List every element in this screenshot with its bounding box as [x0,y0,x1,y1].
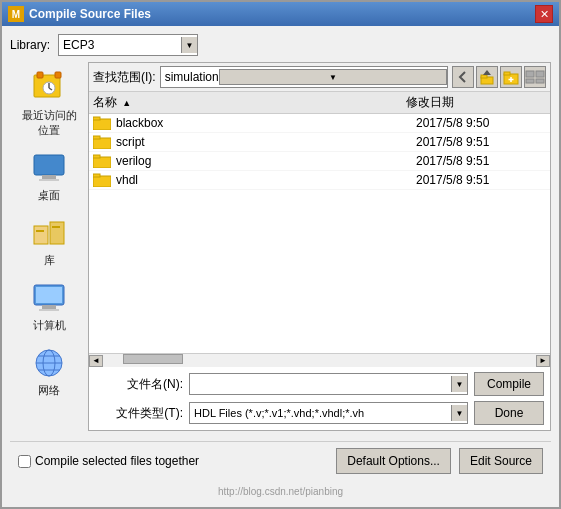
new-folder-button[interactable] [500,66,522,88]
desktop-icon [31,150,67,186]
table-row[interactable]: script 2017/5/8 9:51 [89,133,550,152]
svg-rect-25 [504,72,510,75]
edit-source-button[interactable]: Edit Source [459,448,543,474]
folder-icon-0 [93,116,111,130]
titlebar: M Compile Source Files ✕ [2,2,559,26]
svg-rect-2 [55,72,61,78]
bottom-form: 文件名(N): ▼ Compile 文件类型(T): HDL Files (*.… [89,367,550,430]
sidebar-label-recent: 最近访问的位置 [18,108,80,138]
sidebar-item-library[interactable]: 库 [14,211,84,272]
sidebar-item-desktop[interactable]: 桌面 [14,146,84,207]
path-icons [452,66,546,88]
footer-row: Compile selected files together Default … [10,441,551,480]
svg-rect-36 [93,157,111,168]
svg-rect-38 [93,176,111,187]
horizontal-scrollbar[interactable]: ◄ ► [89,353,550,367]
svg-rect-28 [526,71,534,77]
file-name-2: verilog [93,154,416,168]
file-name-1: script [93,135,416,149]
network-icon [31,345,67,381]
file-date-1: 2017/5/8 9:51 [416,135,546,149]
svg-rect-30 [526,79,534,83]
content-area: Library: ECP3 ▼ [2,26,559,507]
svg-rect-37 [93,155,100,158]
svg-rect-35 [93,136,100,139]
file-name-3: vhdl [93,173,416,187]
table-row[interactable]: verilog 2017/5/8 9:51 [89,152,550,171]
filename-arrow: ▼ [451,376,467,392]
col-name-header[interactable]: 名称 ▲ [93,94,406,111]
computer-icon [31,280,67,316]
path-select-arrow: ▼ [219,69,447,85]
svg-rect-16 [39,309,59,311]
file-name-0: blackbox [93,116,416,130]
svg-rect-11 [36,230,44,232]
col-date-header[interactable]: 修改日期 [406,94,536,111]
file-date-0: 2017/5/8 9:50 [416,116,546,130]
filetype-value: HDL Files (*.v;*.v1;*.vhd;*.vhdl;*.vh [194,407,364,419]
svg-rect-14 [36,287,62,303]
path-value: simulation [165,70,219,84]
svg-rect-34 [93,138,111,149]
sidebar-label-desktop: 桌面 [38,188,60,203]
file-list[interactable]: blackbox 2017/5/8 9:50 script 2017/5/8 9… [89,114,550,353]
sidebar-label-computer: 计算机 [33,318,66,333]
svg-rect-1 [37,72,43,78]
svg-rect-9 [34,226,48,244]
svg-rect-6 [34,155,64,175]
filename-label: 文件名(N): [95,376,183,393]
path-label: 查找范围(I): [93,69,156,86]
compile-button[interactable]: Compile [474,372,544,396]
folder-icon-1 [93,135,111,149]
scroll-right-btn[interactable]: ► [536,355,550,367]
path-bar: 查找范围(I): simulation ▼ [89,63,550,92]
filetype-row: 文件类型(T): HDL Files (*.v;*.v1;*.vhd;*.vhd… [95,401,544,425]
filename-row: 文件名(N): ▼ Compile [95,372,544,396]
file-date-2: 2017/5/8 9:51 [416,154,546,168]
table-row[interactable]: blackbox 2017/5/8 9:50 [89,114,550,133]
app-icon: M [8,6,24,22]
nav-up-button[interactable] [476,66,498,88]
close-button[interactable]: ✕ [535,5,553,23]
svg-rect-12 [52,226,60,228]
window-title: Compile Source Files [29,7,151,21]
folder-icon-2 [93,154,111,168]
compile-together-checkbox[interactable] [18,455,31,468]
sidebar-label-library: 库 [44,253,55,268]
sidebar: 最近访问的位置 桌面 [10,62,88,431]
sidebar-item-network[interactable]: 网络 [14,341,84,402]
col-spacer [536,94,546,111]
sidebar-item-recent[interactable]: 最近访问的位置 [14,66,84,142]
library-select[interactable]: ECP3 ▼ [58,34,198,56]
main-window: M Compile Source Files ✕ Library: ECP3 ▼ [0,0,561,509]
library-select-arrow: ▼ [181,37,197,53]
scroll-left-btn[interactable]: ◄ [89,355,103,367]
svg-rect-10 [50,222,64,244]
recent-icon [31,70,67,106]
default-options-button[interactable]: Default Options... [336,448,451,474]
library-row: Library: ECP3 ▼ [10,34,551,56]
checkbox-area: Compile selected files together [18,454,328,468]
sort-arrow: ▲ [122,98,131,108]
sidebar-item-computer[interactable]: 计算机 [14,276,84,337]
path-select[interactable]: simulation ▼ [160,66,448,88]
filename-input[interactable]: ▼ [189,373,468,395]
filetype-arrow: ▼ [451,405,467,421]
view-options-button[interactable] [524,66,546,88]
svg-rect-29 [536,71,544,77]
table-row[interactable]: vhdl 2017/5/8 9:51 [89,171,550,190]
svg-rect-23 [481,75,487,78]
svg-rect-8 [39,179,59,181]
scroll-thumb[interactable] [123,354,183,364]
filetype-label: 文件类型(T): [95,405,183,422]
library-icon [31,215,67,251]
titlebar-left: M Compile Source Files [8,6,151,22]
svg-rect-32 [93,119,111,130]
folder-icon-3 [93,173,111,187]
library-label: Library: [10,38,50,52]
nav-back-button[interactable] [452,66,474,88]
filetype-select[interactable]: HDL Files (*.v;*.v1;*.vhd;*.vhdl;*.vh ▼ [189,402,468,424]
file-date-3: 2017/5/8 9:51 [416,173,546,187]
watermark: http://blog.csdn.net/pianbing [10,486,551,499]
done-button[interactable]: Done [474,401,544,425]
